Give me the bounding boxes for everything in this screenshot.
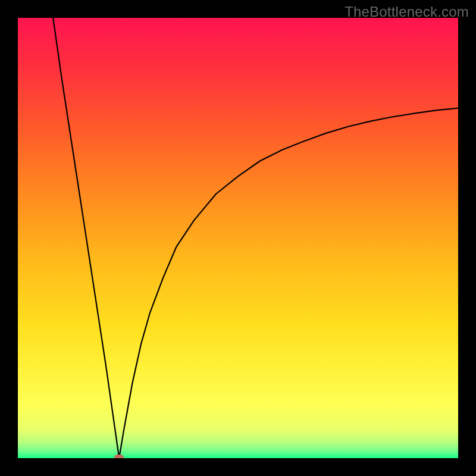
plot-area xyxy=(18,18,458,458)
svg-rect-0 xyxy=(18,18,458,458)
minimum-marker xyxy=(114,455,124,458)
watermark-text: TheBottleneck.com xyxy=(345,4,469,20)
background-gradient xyxy=(18,18,458,458)
chart-frame: TheBottleneck.com xyxy=(0,0,476,476)
